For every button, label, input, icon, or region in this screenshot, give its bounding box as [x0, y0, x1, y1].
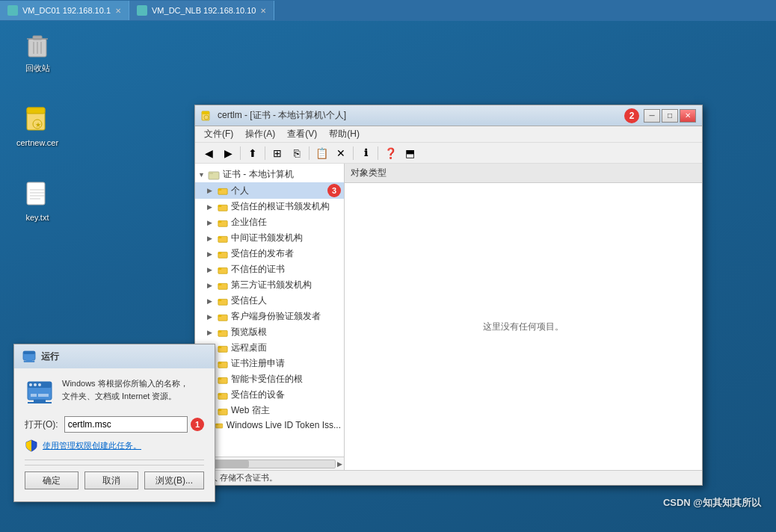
- svg-rect-53: [23, 351, 35, 354]
- svg-rect-21: [218, 188, 221, 191]
- run-open-input[interactable]: [64, 416, 188, 433]
- svg-rect-37: [218, 315, 221, 317]
- tree-item-15[interactable]: ▶ Windows Live ID Token Iss...: [195, 418, 344, 432]
- expand-icon-0: ▶: [207, 187, 215, 194]
- folder-icon-5: [218, 265, 228, 275]
- up-button[interactable]: ⬆: [244, 145, 262, 161]
- folder-icon-0: [218, 185, 228, 196]
- tree-item-7[interactable]: ▶ 受信任人: [195, 293, 344, 309]
- tab-close-1[interactable]: ✕: [115, 7, 121, 15]
- tree-hscrollbar[interactable]: ◀ ▶: [195, 457, 344, 470]
- run-uac-row: 使用管理权限创建此任务。: [25, 439, 204, 452]
- tree-item-14[interactable]: ▶ Web 宿主: [195, 403, 344, 418]
- scroll-right-arrow[interactable]: ▶: [337, 460, 342, 468]
- taskbar-tab-1[interactable]: VM_DC01 192.168.10.1 ✕: [0, 1, 129, 20]
- tree-root[interactable]: ▼ 证书 - 本地计算机: [195, 167, 344, 182]
- tab-icon-2: [137, 5, 147, 16]
- recycle-bin-svg: [22, 30, 52, 60]
- tree-item-label-4: 受信任的发布者: [231, 247, 294, 260]
- cert-cer-svg: ★: [22, 105, 52, 134]
- tree-item-6[interactable]: ▶ 第三方证书颁发机构: [195, 277, 344, 293]
- tree-item-label-0: 个人: [231, 185, 324, 197]
- certlm-badge: 2: [624, 108, 639, 123]
- certlm-toolbar: ◀ ▶ ⬆ ⊞ ⎘ 📋 ✕ ℹ ❓ ⬒: [195, 143, 702, 164]
- run-cancel-button[interactable]: 取消: [84, 471, 138, 489]
- run-desc-line1: Windows 将根据你所输入的名称，: [62, 377, 188, 390]
- run-ok-button[interactable]: 确定: [25, 471, 78, 489]
- expand-icon-7: ▶: [207, 297, 215, 305]
- folder-icon-2: [218, 217, 228, 228]
- menu-help[interactable]: 帮助(H): [323, 126, 366, 142]
- menu-action[interactable]: 操作(A): [239, 126, 281, 142]
- svg-rect-54: [26, 359, 32, 361]
- folder-icon-14: [218, 406, 228, 416]
- folder-icon-9: [218, 327, 228, 338]
- recycle-bin-icon[interactable]: 回收站: [11, 30, 64, 73]
- tab-close-2[interactable]: ✕: [260, 7, 266, 15]
- export-button[interactable]: ⬒: [401, 145, 419, 161]
- copy-button[interactable]: ⎘: [288, 145, 306, 161]
- right-panel: 对象类型 这里没有任何项目。: [345, 164, 702, 470]
- run-open-label: 打开(O):: [25, 418, 58, 431]
- key-txt-icon[interactable]: key.txt: [11, 179, 64, 223]
- taskbar-top: VM_DC01 192.168.10.1 ✕ VM_DC_NLB 192.168…: [0, 0, 776, 21]
- tree-item-label-8: 客户端身份验证颁发者: [231, 310, 321, 323]
- svg-rect-10: [27, 182, 45, 205]
- run-dialog-title: 运行: [14, 344, 215, 368]
- paste-button[interactable]: 📋: [312, 145, 330, 161]
- run-open-badge: 1: [191, 418, 204, 431]
- toolbar-sep-5: [378, 146, 378, 160]
- certlm-statusbar: 个人 存储不含证书。: [195, 470, 702, 485]
- certlm-title-text: certlm - [证书 - 本地计算机\个人]: [218, 109, 617, 122]
- expand-icon-6: ▶: [207, 282, 215, 289]
- menu-file[interactable]: 文件(F): [198, 126, 239, 142]
- empty-text: 这里没有任何项目。: [483, 321, 564, 333]
- svg-rect-41: [218, 346, 221, 348]
- svg-text:★: ★: [35, 121, 41, 129]
- svg-rect-23: [218, 205, 221, 207]
- run-input-wrapper: 1: [64, 416, 204, 433]
- tree-item-10[interactable]: ▶ 远程桌面: [195, 340, 344, 356]
- tree-root-label: 证书 - 本地计算机: [223, 168, 294, 181]
- cert-cer-icon[interactable]: ★ certnew.cer: [11, 105, 64, 148]
- help-button[interactable]: ❓: [381, 145, 399, 161]
- tree-item-4[interactable]: ▶ 受信任的发布者: [195, 246, 344, 262]
- close-button[interactable]: ✕: [680, 109, 696, 123]
- run-browse-button[interactable]: 浏览(B)...: [144, 471, 204, 489]
- tree-item-2[interactable]: ▶ 企业信任: [195, 214, 344, 230]
- folder-icon-11: [218, 359, 228, 369]
- tree-item-0[interactable]: ▶ 个人 3: [195, 182, 344, 199]
- expand-icon-3: ▶: [207, 235, 215, 242]
- tree-item-12[interactable]: ▶ 智能卡受信任的根: [195, 371, 344, 387]
- delete-button[interactable]: ✕: [332, 145, 350, 161]
- toolbar-sep-2: [265, 146, 265, 160]
- tree-item-label-5: 不信任的证书: [231, 263, 285, 276]
- back-button[interactable]: ◀: [200, 145, 218, 161]
- svg-rect-43: [218, 362, 221, 364]
- tree-item-8[interactable]: ▶ 客户端身份验证颁发者: [195, 309, 344, 324]
- tree-item-13[interactable]: ▶ 受信任的设备: [195, 387, 344, 403]
- maximize-button[interactable]: □: [662, 109, 678, 123]
- tree-item-1[interactable]: ▶ 受信任的根证书颁发机构: [195, 199, 344, 214]
- run-buttons: 确定 取消 浏览(B)...: [25, 465, 204, 492]
- menu-view[interactable]: 查看(V): [281, 126, 323, 142]
- tree-root-expand: ▼: [198, 171, 205, 179]
- tab-icon-1: [7, 5, 18, 16]
- svg-rect-49: [218, 409, 221, 411]
- certlm-menubar: 文件(F) 操作(A) 查看(V) 帮助(H): [195, 126, 702, 143]
- tree-item-9[interactable]: ▶ 预览版根: [195, 324, 344, 340]
- tree-item-11[interactable]: ▶ 证书注册申请: [195, 356, 344, 371]
- desktop: VM_DC01 192.168.10.1 ✕ VM_DC_NLB 192.168…: [0, 0, 776, 532]
- tree-item-5[interactable]: ▶ 不信任的证书: [195, 262, 344, 277]
- run-uac-text[interactable]: 使用管理权限创建此任务。: [43, 440, 141, 451]
- properties-button[interactable]: ℹ: [357, 145, 375, 161]
- svg-rect-33: [218, 283, 221, 285]
- minimize-button[interactable]: ─: [644, 109, 660, 123]
- watermark: CSDN @知其知其所以: [663, 496, 761, 510]
- taskbar-tab-2[interactable]: VM_DC_NLB 192.168.10.10 ✕: [129, 1, 274, 20]
- run-open-row: 打开(O): 1: [25, 416, 204, 433]
- tree-item-3[interactable]: ▶ 中间证书颁发机构: [195, 230, 344, 246]
- tree-area: ▼ 证书 - 本地计算机 ▶ 个人: [195, 164, 345, 470]
- forward-button[interactable]: ▶: [219, 145, 237, 161]
- view-button[interactable]: ⊞: [268, 145, 286, 161]
